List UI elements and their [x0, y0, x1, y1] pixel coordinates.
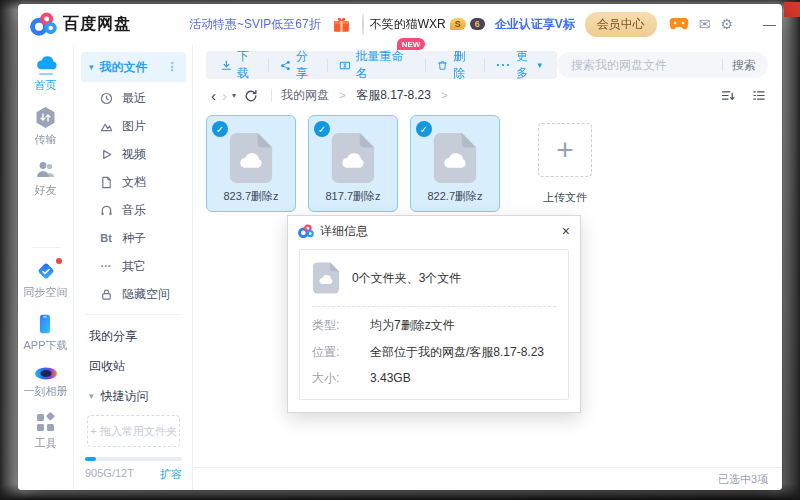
play-icon: [99, 147, 113, 161]
cloud-base-decor: [39, 73, 53, 75]
sidebar-item-torrents[interactable]: Bt 种子: [75, 224, 192, 252]
trash-icon: [437, 59, 448, 72]
sort-button[interactable]: [721, 89, 736, 102]
size-label: 大小:: [312, 371, 370, 387]
sidebar-item-music[interactable]: 音乐: [75, 196, 192, 224]
gift-icon[interactable]: [333, 16, 350, 33]
pictures-label: 图片: [122, 118, 146, 135]
files-summary-icon: [312, 262, 340, 294]
svip-badge[interactable]: S: [450, 18, 466, 30]
upload-file-button[interactable]: + 上传文件: [520, 115, 610, 212]
breadcrumb-current[interactable]: 客服8.17-8.23: [356, 88, 431, 102]
background-window-close-button[interactable]: [784, 2, 800, 17]
download-button[interactable]: 下载: [210, 48, 268, 82]
rail-item-app-download[interactable]: APP下载: [23, 313, 67, 353]
kebab-menu-icon[interactable]: ⋮: [166, 60, 178, 74]
rail-label-tools: 工具: [35, 436, 57, 451]
storage-progress-bar[interactable]: [85, 457, 182, 461]
sidebar-item-videos[interactable]: 视频: [75, 140, 192, 168]
app-download-phone-icon: [34, 313, 56, 335]
search-input[interactable]: [569, 57, 716, 73]
my-files-label: 我的文件: [100, 59, 166, 76]
rail-item-sync-space[interactable]: 同步空间: [24, 260, 68, 300]
more-button[interactable]: ··· 更多 ▾: [485, 48, 553, 82]
file-card-3[interactable]: ✓ 822.7删除z: [410, 115, 500, 212]
rail-divider: [32, 247, 60, 248]
cloud-home-icon: [33, 54, 59, 72]
settings-gear-icon[interactable]: ⚙: [720, 16, 733, 32]
member-center-button[interactable]: 会员中心: [585, 12, 657, 37]
file-card-1[interactable]: ✓ 823.7删除z: [206, 115, 296, 212]
refresh-button[interactable]: [244, 89, 258, 103]
search-box[interactable]: 搜索: [557, 52, 768, 78]
detail-row-location: 位置: 全部位于我的网盘/客服8.17-8.23: [312, 345, 556, 361]
delete-button[interactable]: 删除: [426, 48, 484, 82]
batch-rename-label: 批量重命名: [356, 48, 407, 82]
username[interactable]: 不笑的猫WXR: [370, 16, 446, 33]
more-dots-icon: ···: [496, 58, 511, 72]
status-bar: 已选中3项: [194, 467, 782, 490]
music-label: 音乐: [122, 202, 146, 219]
selected-check-icon[interactable]: ✓: [212, 121, 228, 137]
nav-forward-button[interactable]: ›: [219, 87, 230, 104]
summary-text: 0个文件夹、3个文件: [352, 270, 461, 287]
summary-row: 0个文件夹、3个文件: [312, 260, 556, 307]
detail-row-size: 大小: 3.43GB: [312, 371, 556, 387]
storage-progress-fill: [85, 457, 96, 461]
sidebar-item-recycle-bin[interactable]: 回收站: [75, 351, 192, 381]
game-center-icon[interactable]: [669, 17, 689, 31]
breadcrumb-separator-2: >: [441, 89, 447, 101]
file-cloud-icon: [330, 132, 376, 184]
svip-promo-link[interactable]: 活动特惠~SVIP低至67折: [189, 16, 321, 33]
sidebar-item-my-files[interactable]: ▾ 我的文件 ⋮: [81, 52, 186, 82]
rail-item-yike-album[interactable]: 一刻相册: [24, 366, 68, 399]
rail-item-tools[interactable]: 工具: [35, 412, 57, 451]
download-icon: [221, 59, 232, 72]
sidebar-item-quick-access[interactable]: ▾ 快捷访问: [75, 381, 192, 411]
action-toolbar: 下载 分享 批量重命名 NEW: [206, 51, 557, 79]
rail-item-transfer[interactable]: 传输: [34, 106, 57, 147]
yike-album-lens-icon: [34, 366, 58, 381]
selected-check-icon[interactable]: ✓: [314, 121, 330, 137]
dialog-close-icon[interactable]: ×: [562, 224, 570, 238]
rail-label-sync-space: 同步空间: [24, 285, 68, 300]
collapse-caret-icon[interactable]: ▾: [89, 62, 94, 72]
favorite-folder-dropzone[interactable]: + 拖入常用文件夹: [87, 415, 180, 447]
view-mode-button[interactable]: [752, 89, 766, 102]
rail-label-yike-album: 一刻相册: [24, 384, 68, 399]
rail-item-friends[interactable]: 好友: [34, 160, 58, 198]
enterprise-cert-link[interactable]: 企业认证享V标: [495, 16, 575, 33]
user-avatar[interactable]: [362, 13, 364, 36]
rail-item-home[interactable]: 首页: [33, 54, 59, 93]
sidebar-item-my-share[interactable]: 我的分享: [75, 321, 192, 351]
quick-access-label: 快捷访问: [101, 388, 149, 405]
search-button[interactable]: 搜索: [732, 57, 756, 74]
messages-icon[interactable]: ✉: [699, 16, 711, 32]
file-card-2[interactable]: ✓ 817.7删除z: [308, 115, 398, 212]
breadcrumb: 我的网盘 > 客服8.17-8.23 >: [281, 87, 455, 104]
batch-rename-button[interactable]: 批量重命名 NEW: [328, 48, 418, 82]
nav-back-button[interactable]: ‹: [208, 87, 219, 104]
baidu-netdisk-window: 百度网盘 活动特惠~SVIP低至67折 不笑的猫WXR S 6 企业认证享V标 …: [18, 4, 782, 490]
size-value: 3.43GB: [370, 371, 411, 387]
sidebar-item-documents[interactable]: 文档: [75, 168, 192, 196]
selected-check-icon[interactable]: ✓: [416, 121, 432, 137]
dialog-title: 详细信息: [320, 223, 368, 240]
dialog-body: 0个文件夹、3个文件 类型: 均为7删除z文件 位置: 全部位于我的网盘/客服8…: [288, 246, 580, 412]
baidu-netdisk-logo-icon: [30, 12, 57, 37]
plus-icon[interactable]: +: [538, 123, 592, 177]
sidebar-item-recent[interactable]: 最近: [75, 84, 192, 112]
share-button[interactable]: 分享: [269, 48, 327, 82]
batch-rename-icon: [339, 59, 351, 72]
vip-level-badge[interactable]: 6: [470, 18, 485, 30]
minimize-button[interactable]: —: [763, 17, 776, 31]
history-caret-icon[interactable]: ▾: [232, 91, 236, 100]
breadcrumb-root[interactable]: 我的网盘: [281, 88, 329, 102]
quick-access-caret-icon[interactable]: ▾: [89, 391, 94, 401]
location-value: 全部位于我的网盘/客服8.17-8.23: [370, 345, 544, 361]
sidebar-item-other[interactable]: ··· 其它: [75, 252, 192, 280]
sidebar-item-hidden-space[interactable]: 隐藏空间: [75, 280, 192, 308]
sidebar-item-pictures[interactable]: 图片: [75, 112, 192, 140]
expand-storage-link[interactable]: 扩容: [160, 467, 182, 482]
picture-icon: [99, 119, 113, 133]
